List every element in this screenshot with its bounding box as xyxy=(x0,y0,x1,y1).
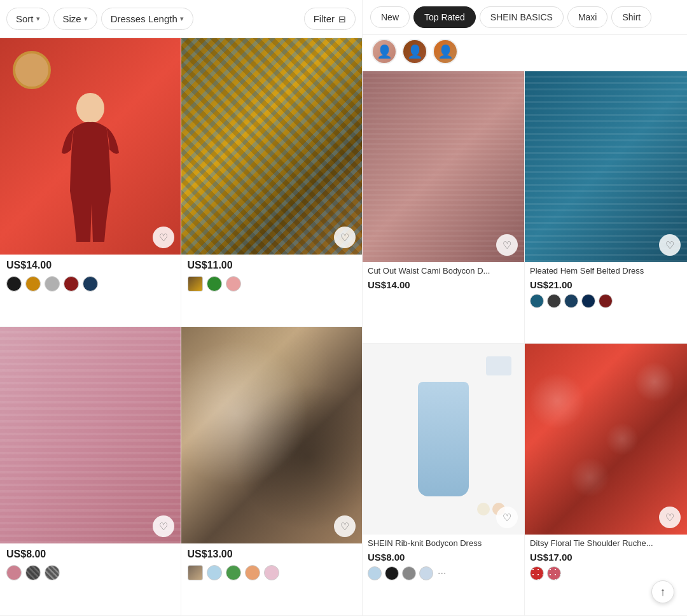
tab-shirt[interactable]: Shirt xyxy=(611,6,651,28)
right-product-title-4: Ditsy Floral Tie Shoulder Ruche... xyxy=(525,535,687,550)
left-product-card-4: ♡ US$13.00 xyxy=(181,327,363,616)
swatch[interactable] xyxy=(419,566,433,580)
swatch[interactable] xyxy=(564,294,578,308)
swatch[interactable] xyxy=(226,276,241,291)
swatch[interactable] xyxy=(547,566,561,580)
size-chevron-icon: ▾ xyxy=(84,15,88,23)
right-product-card-3: ♡ SHEIN Rib-knit Bodycon Dress US$8.00 ·… xyxy=(363,344,525,616)
left-product-card-3: ♡ US$8.00 xyxy=(0,327,181,616)
size-label: Size xyxy=(63,13,81,24)
svg-point-0 xyxy=(76,93,104,123)
product-image-1[interactable]: ♡ xyxy=(0,38,181,255)
swatch[interactable] xyxy=(83,276,98,291)
right-product-title-3: SHEIN Rib-knit Bodycon Dress xyxy=(363,535,524,550)
swatch[interactable] xyxy=(368,566,382,580)
swatch[interactable] xyxy=(599,294,613,308)
sort-chevron-icon: ▾ xyxy=(36,15,40,23)
right-color-swatches-2 xyxy=(525,293,687,311)
product-image-3[interactable]: ♡ xyxy=(0,327,181,543)
wishlist-button-1[interactable]: ♡ xyxy=(153,227,174,248)
right-product-card-2: ♡ Pleated Hem Self Belted Dress US$21.00 xyxy=(525,71,687,344)
product-image-4[interactable]: ♡ xyxy=(181,327,363,543)
sort-label: Sort xyxy=(16,13,34,24)
wishlist-button-4[interactable]: ♡ xyxy=(334,515,356,537)
tab-shein-basics[interactable]: SHEIN BASICS xyxy=(480,6,564,28)
swatch[interactable] xyxy=(530,294,544,308)
swatch[interactable] xyxy=(207,565,222,580)
dresses-length-chevron-icon: ▾ xyxy=(180,15,184,23)
product-image-2[interactable]: ♡ xyxy=(181,38,363,255)
dresses-length-label: Dresses Length xyxy=(111,13,177,24)
right-product-grid: ♡ Cut Out Waist Cami Bodycon D... US$14.… xyxy=(363,71,687,616)
right-product-price-4: US$17.00 xyxy=(525,550,687,565)
filter-button[interactable]: Filter ⊟ xyxy=(304,8,356,30)
color-swatches-3 xyxy=(0,563,181,583)
swatch[interactable] xyxy=(402,566,416,580)
right-wishlist-button-2[interactable]: ♡ xyxy=(659,234,681,256)
swatch[interactable] xyxy=(264,565,279,580)
swatch[interactable] xyxy=(188,565,203,580)
wishlist-button-3[interactable]: ♡ xyxy=(153,515,174,537)
avatar-1[interactable]: 👤 xyxy=(371,39,397,64)
tab-top-rated[interactable]: Top Rated xyxy=(413,6,476,28)
tab-maxi[interactable]: Maxi xyxy=(567,6,608,28)
color-swatches-1 xyxy=(0,274,181,294)
swatch[interactable] xyxy=(45,276,60,291)
tab-new[interactable]: New xyxy=(370,6,410,28)
swatch[interactable] xyxy=(188,276,203,291)
product-price-4: US$13.00 xyxy=(181,543,363,563)
scroll-to-top-button[interactable]: ↑ xyxy=(651,580,674,603)
swatch[interactable] xyxy=(385,566,399,580)
swatch[interactable] xyxy=(207,276,222,291)
product-price-3: US$8.00 xyxy=(0,543,181,563)
right-product-price-1: US$14.00 xyxy=(363,278,524,293)
color-swatches-4 xyxy=(181,563,363,583)
right-product-card-1: ♡ Cut Out Waist Cami Bodycon D... US$14.… xyxy=(363,71,525,344)
sort-button[interactable]: Sort ▾ xyxy=(6,8,50,30)
right-product-price-3: US$8.00 xyxy=(363,550,524,565)
swatch[interactable] xyxy=(226,565,241,580)
swatch[interactable] xyxy=(25,276,41,291)
filter-label: Filter xyxy=(314,13,335,24)
right-product-card-4: ♡ Ditsy Floral Tie Shoulder Ruche... US$… xyxy=(525,344,687,616)
swatch[interactable] xyxy=(581,294,595,308)
product-price-2: US$11.00 xyxy=(181,255,363,274)
avatar-3[interactable]: 👤 xyxy=(433,39,458,64)
right-product-price-2: US$21.00 xyxy=(525,278,687,293)
filter-bar: Sort ▾ Size ▾ Dresses Length ▾ Filter ⊟ xyxy=(0,0,362,38)
swatch[interactable] xyxy=(25,565,41,580)
filter-icon: ⊟ xyxy=(338,14,346,24)
wishlist-button-2[interactable]: ♡ xyxy=(334,227,356,248)
right-product-image-2[interactable]: ♡ xyxy=(525,71,687,262)
left-product-card-1: ♡ US$14.00 xyxy=(0,38,181,327)
right-panel: New Top Rated SHEIN BASICS Maxi Shirt 👤 … xyxy=(363,0,687,616)
right-product-title-2: Pleated Hem Self Belted Dress xyxy=(525,262,687,278)
swatch[interactable] xyxy=(547,294,561,308)
more-swatches-indicator: ··· xyxy=(438,568,446,579)
tabs-bar: New Top Rated SHEIN BASICS Maxi Shirt xyxy=(363,0,687,35)
avatars-row: 👤 👤 👤 xyxy=(363,35,687,71)
right-product-title-1: Cut Out Waist Cami Bodycon D... xyxy=(363,262,524,278)
right-wishlist-button-4[interactable]: ♡ xyxy=(659,507,681,528)
right-product-image-1[interactable]: ♡ xyxy=(363,71,524,262)
size-button[interactable]: Size ▾ xyxy=(53,8,97,30)
right-wishlist-button-1[interactable]: ♡ xyxy=(496,234,518,256)
left-product-grid: ♡ US$14.00 ♡ US$11.00 xyxy=(0,38,362,616)
swatch[interactable] xyxy=(64,276,79,291)
swatch[interactable] xyxy=(6,276,22,291)
left-panel: Sort ▾ Size ▾ Dresses Length ▾ Filter ⊟ xyxy=(0,0,363,616)
dresses-length-button[interactable]: Dresses Length ▾ xyxy=(101,8,193,30)
right-product-image-4[interactable]: ♡ xyxy=(525,344,687,535)
swatch[interactable] xyxy=(245,565,260,580)
product-price-1: US$14.00 xyxy=(0,255,181,274)
swatch[interactable] xyxy=(530,566,544,580)
avatar-2[interactable]: 👤 xyxy=(402,39,427,64)
left-product-card-2: ♡ US$11.00 xyxy=(181,38,363,327)
right-product-image-3[interactable]: ♡ xyxy=(363,344,524,535)
right-color-swatches-3: ··· xyxy=(363,565,524,583)
right-wishlist-button-3[interactable]: ♡ xyxy=(496,507,518,528)
swatch[interactable] xyxy=(6,565,22,580)
swatch[interactable] xyxy=(45,565,60,580)
color-swatches-2 xyxy=(181,274,363,294)
